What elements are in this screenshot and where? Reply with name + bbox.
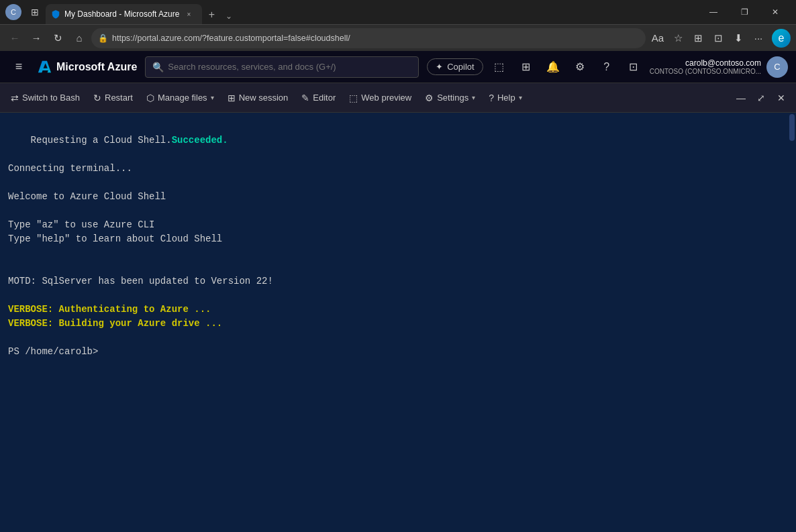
feedback-btn[interactable]: ⊞ [515,56,537,78]
scrollbar-track[interactable] [788,113,796,532]
term-line-az: Type "az" to use Azure CLI [8,218,788,232]
term-line-verbose-1: VERBOSE: Authenticating to Azure ... [8,303,788,317]
shell-minimize-btn[interactable]: — [732,89,750,107]
title-bar: C ⊞ My Dashboard - Microsoft Azure × + ⌄… [0,0,796,24]
new-session-label: New session [239,93,289,103]
term-empty-4 [8,260,788,274]
term-empty-1 [8,176,788,190]
editor-btn[interactable]: ✎ Editor [296,87,341,109]
chevron-down-icon: ▾ [211,94,214,101]
term-text-succeeded: Succeeded. [172,135,228,146]
favorites-btn[interactable]: ☆ [668,29,687,48]
new-session-icon: ⊞ [228,93,236,103]
address-bar-container[interactable]: 🔒 [91,28,646,48]
term-empty-2 [8,204,788,218]
toolbar-right-btns: — ⤢ ✕ [732,89,791,107]
manage-files-label: Manage files [158,93,207,103]
lock-icon: 🔒 [98,34,108,43]
folder-icon: ⬡ [146,93,154,103]
new-tab-btn[interactable]: + [202,5,221,24]
restart-icon: ↻ [93,93,101,103]
restart-btn[interactable]: ↻ Restart [88,87,138,109]
portal-right-btns: ✦ Copilot ⬚ ⊞ 🔔 ⚙ ? ⊡ carolb@contoso.com… [427,56,788,78]
help-label: Help [497,93,515,103]
term-line-1: Requesting a Cloud Shell.Succeeded. [8,119,788,162]
user-info[interactable]: carolb@contoso.com CONTOSO (CONTOSO.ONMI… [650,56,788,78]
switch-to-bash-label: Switch to Bash [22,93,80,103]
term-text-requesting: Requesting a Cloud Shell. [31,135,172,146]
settings-icon: ⚙ [425,93,434,103]
manage-files-btn[interactable]: ⬡ Manage files ▾ [141,87,219,109]
settings-btn[interactable]: ⚙ Settings ▾ [419,87,481,109]
scrollbar-thumb[interactable] [789,114,795,141]
term-line-2: Connecting terminal... [8,162,788,176]
terminal-container[interactable]: Requesting a Cloud Shell.Succeeded. Conn… [0,113,796,532]
user-tenant: CONTOSO (CONTOSO.ONMICRO... [650,68,761,75]
settings-chevron-icon: ▾ [472,94,475,101]
window-controls: — ❐ ✕ [698,1,791,23]
hamburger-btn[interactable]: ≡ [8,56,30,78]
term-line-help: Type "help" to learn about Cloud Shell [8,232,788,246]
azure-logo-text: Microsoft Azure [56,61,137,73]
azure-logo-icon [38,60,51,74]
refresh-btn[interactable]: ↻ [48,29,67,48]
tab-favicon [51,9,60,19]
copilot-btn[interactable]: ✦ Copilot [427,58,483,75]
nav-bar: ← → ↻ ⌂ 🔒 Aa ☆ ⊞ ⊡ ⬇ ··· e [0,24,796,51]
help-icon: ? [489,93,494,103]
copilot-label: Copilot [447,62,474,72]
term-line-motd: MOTD: SqlServer has been updated to Vers… [8,274,788,288]
cloud-shell-toolbar: ⇄ Switch to Bash ↻ Restart ⬡ Manage file… [0,83,796,113]
shell-close-btn[interactable]: ✕ [772,89,791,107]
term-empty-5 [8,288,788,303]
switch-to-bash-btn[interactable]: ⇄ Switch to Bash [5,87,85,109]
browser-profile-btn[interactable]: e [772,29,791,48]
search-bar-container[interactable]: 🔍 [145,56,419,78]
portal-header: ≡ Microsoft Azure 🔍 ✦ Copilot ⬚ ⊞ 🔔 ⚙ ? … [0,51,796,83]
editor-label: Editor [313,93,336,103]
minimize-btn[interactable]: — [698,1,729,23]
close-window-btn[interactable]: ✕ [760,1,791,23]
tab-label: My Dashboard - Microsoft Azure [64,9,179,19]
browser-profile-icon[interactable]: C [5,4,21,20]
read-aloud-btn[interactable]: Aa [648,29,667,48]
tab-overflow-btn[interactable]: ⌄ [221,8,237,24]
tab-grid-btn[interactable]: ⊞ [27,4,43,20]
web-preview-btn[interactable]: ⬚ Web preview [344,87,417,109]
downloads-btn[interactable]: ⬇ [729,29,748,48]
nav-right-btns: Aa ☆ ⊞ ⊡ ⬇ ··· e [648,29,791,48]
shell-maximize-btn[interactable]: ⤢ [752,89,770,107]
help-support-btn[interactable]: ? Help ▾ [483,87,528,109]
portal-search-input[interactable] [168,62,411,72]
collections-btn[interactable]: ⊞ [689,29,707,48]
address-input[interactable] [112,34,639,43]
notification-bell-btn[interactable]: 🔔 [542,56,564,78]
directory-btn[interactable]: ⊡ [623,56,644,78]
term-line-prompt[interactable]: PS /home/carolb> [8,345,788,359]
term-line-welcome: Welcome to Azure Cloud Shell [8,190,788,204]
user-text: carolb@contoso.com CONTOSO (CONTOSO.ONMI… [650,58,761,75]
browser-settings-btn[interactable]: ⊡ [709,29,728,48]
title-bar-left: C ⊞ [5,4,43,20]
active-tab[interactable]: My Dashboard - Microsoft Azure × [46,4,202,24]
edge-icon: e [779,32,785,44]
term-line-verbose-2: VERBOSE: Building your Azure drive ... [8,317,788,331]
cloud-shell-toggle-btn[interactable]: ⬚ [489,56,510,78]
forward-btn[interactable]: → [27,29,46,48]
portal-settings-btn[interactable]: ⚙ [569,56,591,78]
settings-label: Settings [437,93,468,103]
preview-icon: ⬚ [349,93,358,103]
close-tab-btn[interactable]: × [183,9,194,19]
help-btn[interactable]: ? [596,56,617,78]
new-session-btn[interactable]: ⊞ New session [222,87,294,109]
restore-btn[interactable]: ❐ [729,1,760,23]
user-avatar[interactable]: C [766,56,788,78]
azure-logo: Microsoft Azure [38,60,137,74]
home-btn[interactable]: ⌂ [70,29,89,48]
more-options-btn[interactable]: ··· [749,29,768,48]
back-btn[interactable]: ← [5,29,24,48]
restart-label: Restart [105,93,133,103]
help-chevron-icon: ▾ [519,94,522,101]
copilot-icon: ✦ [436,62,443,72]
switch-icon: ⇄ [11,93,19,103]
